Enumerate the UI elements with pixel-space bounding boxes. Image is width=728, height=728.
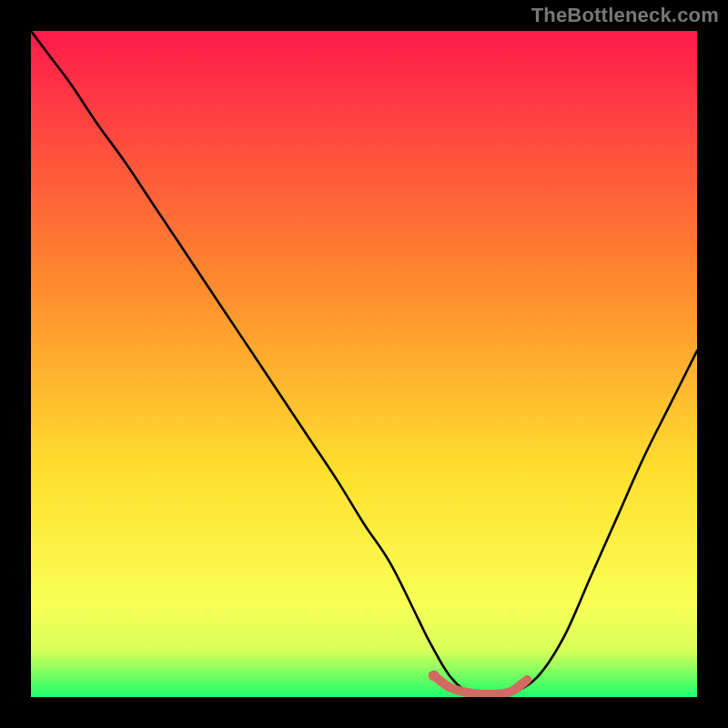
attribution-text: TheBottleneck.com: [531, 4, 719, 27]
plot-area: [31, 31, 697, 697]
optimal-range-start-dot: [429, 671, 440, 682]
bottleneck-chart: [31, 31, 697, 697]
chart-container: TheBottleneck.com: [0, 0, 728, 728]
gradient-background: [31, 31, 697, 697]
